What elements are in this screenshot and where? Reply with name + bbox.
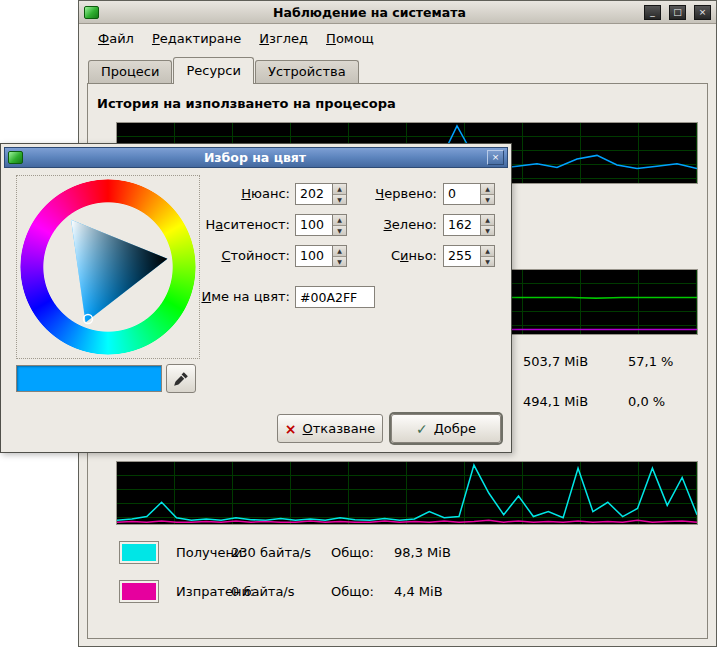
green-spinner[interactable]: 162 ▲ ▼ — [443, 214, 495, 236]
sent-rate: 0 байта/s — [231, 580, 295, 604]
dialog-title: Избор на цвят — [27, 150, 483, 165]
received-color-swatch-button[interactable] — [119, 541, 159, 564]
value-label: Стойност: — [178, 248, 290, 263]
close-button[interactable]: × — [694, 5, 711, 20]
red-label: Червено: — [345, 186, 437, 201]
desktop: Наблюдение на системата _ □ × Файл Редак… — [0, 0, 717, 647]
minimize-button[interactable]: _ — [644, 5, 661, 20]
system-monitor-icon — [84, 6, 99, 19]
menu-edit[interactable]: Редактиране — [143, 28, 250, 49]
green-spin-down-icon[interactable]: ▼ — [481, 226, 494, 236]
hue-spinner[interactable]: 202 ▲ ▼ — [295, 183, 347, 205]
saturation-spinner[interactable]: 100 ▲ ▼ — [295, 214, 347, 236]
blue-spin-up-icon[interactable]: ▲ — [481, 246, 494, 257]
network-legend-sent: Изпратени: 0 байта/s Общо: 4,4 MiB — [88, 580, 707, 604]
network-history-chart — [116, 461, 698, 525]
red-spinner[interactable]: 0 ▲ ▼ — [443, 183, 495, 205]
current-color-preview — [16, 365, 162, 392]
blue-label: Синьо: — [345, 248, 437, 263]
tab-processes[interactable]: Процеси — [88, 60, 172, 83]
menu-view[interactable]: Изглед — [250, 28, 317, 49]
main-window-titlebar[interactable]: Наблюдение на системата _ □ × — [79, 1, 716, 24]
menu-help[interactable]: Помощ — [317, 28, 383, 49]
color-wheel-container — [16, 175, 200, 359]
received-total-label: Общо: — [331, 541, 374, 565]
sent-total-label: Общо: — [331, 580, 374, 604]
hue-label: Нюанс: — [178, 186, 290, 201]
dialog-close-button[interactable]: × — [487, 150, 504, 165]
cancel-button[interactable]: × Отказване — [277, 414, 383, 443]
hsv-triangle[interactable] — [20, 179, 196, 355]
cpu-history-heading: История на използването на процесора — [97, 96, 396, 111]
memory-used-percent: 57,1 % — [628, 354, 673, 369]
color-name-label: Име на цвят: — [178, 289, 290, 304]
tab-resources[interactable]: Ресурси — [173, 57, 254, 84]
maximize-button[interactable]: □ — [669, 5, 686, 20]
received-total: 98,3 MiB — [394, 541, 451, 565]
dialog-icon — [8, 151, 23, 164]
menubar: Файл Редактиране Изглед Помощ — [79, 24, 716, 51]
green-label: Зелено: — [345, 217, 437, 232]
value-spinner[interactable]: 100 ▲ ▼ — [295, 245, 347, 267]
received-rate: 230 байта/s — [231, 541, 311, 565]
menu-file[interactable]: Файл — [89, 28, 143, 49]
red-spin-up-icon[interactable]: ▲ — [481, 184, 494, 195]
swap-used-value: 494,1 MiB — [523, 394, 588, 409]
cancel-button-label: Отказване — [303, 421, 376, 436]
memory-used-value: 503,7 MiB — [523, 354, 588, 369]
blue-spin-down-icon[interactable]: ▼ — [481, 257, 494, 267]
main-window-title: Наблюдение на системата — [103, 5, 636, 20]
eyedropper-button[interactable] — [166, 364, 196, 393]
network-legend-received: Получени: 230 байта/s Общо: 98,3 MiB — [88, 541, 707, 565]
tab-devices[interactable]: Устройства — [255, 60, 359, 83]
swap-used-percent: 0,0 % — [628, 394, 665, 409]
sent-color-swatch-button[interactable] — [119, 580, 159, 603]
hsv-color-wheel[interactable] — [20, 179, 196, 355]
green-spin-up-icon[interactable]: ▲ — [481, 215, 494, 226]
cancel-icon: × — [285, 421, 297, 437]
ok-button-label: Добре — [434, 421, 476, 436]
eyedropper-icon — [173, 371, 189, 387]
ok-icon: ✓ — [416, 421, 428, 437]
dialog-titlebar[interactable]: Избор на цвят × — [4, 147, 508, 168]
ok-button[interactable]: ✓ Добре — [391, 414, 501, 443]
dialog-content: Нюанс: 202 ▲ ▼ Червено: 0 ▲ ▼ Наситеност… — [4, 168, 508, 449]
notebook-tabs: Процеси Ресурси Устройства — [88, 57, 360, 84]
saturation-label: Наситеност: — [178, 217, 290, 232]
color-name-input[interactable] — [295, 286, 375, 308]
color-picker-dialog: Избор на цвят × — [0, 143, 512, 453]
blue-spinner[interactable]: 255 ▲ ▼ — [443, 245, 495, 267]
sent-total: 4,4 MiB — [394, 580, 443, 604]
red-spin-down-icon[interactable]: ▼ — [481, 195, 494, 205]
